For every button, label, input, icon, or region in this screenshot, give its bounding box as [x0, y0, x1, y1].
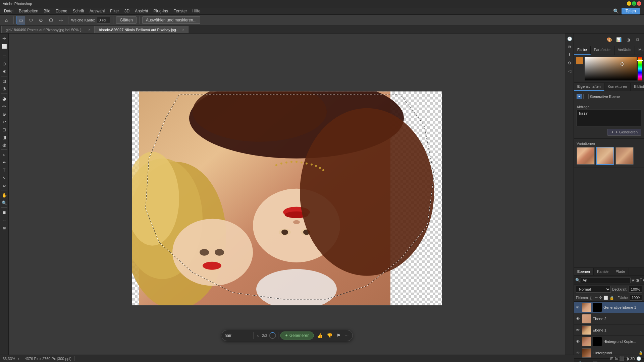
glatten-button[interactable]: Glätten	[116, 16, 137, 24]
hue-slider[interactable]	[638, 57, 642, 80]
shapes-tool[interactable]: ▱	[1, 182, 8, 189]
gen-like-button[interactable]: 👍	[316, 333, 324, 338]
maximize-button[interactable]: □	[632, 1, 636, 6]
tab-bibliotheken[interactable]: Bibliotheken	[631, 83, 644, 91]
menu-plugins[interactable]: Plug-ins	[151, 8, 171, 14]
lasso-tool-left[interactable]: ⊙	[1, 60, 8, 67]
gen-prompt-input[interactable]	[225, 333, 252, 338]
info-icon[interactable]: ℹ	[567, 52, 573, 58]
polygon-lasso-tool[interactable]: ⬡	[47, 16, 55, 24]
color-tab-farbfelder[interactable]: Farbfelder	[591, 46, 614, 55]
info-panel-icon[interactable]: 📊	[614, 36, 623, 44]
gen-bookmark-button[interactable]: ⚑	[335, 333, 342, 338]
layers-filter-btn-2[interactable]: ◑	[636, 277, 639, 284]
spot-healing-tool[interactable]: ◕	[1, 95, 8, 102]
menu-ebene[interactable]: Ebene	[53, 8, 70, 14]
gen-prev-button[interactable]: ‹	[256, 333, 260, 338]
menu-ansicht[interactable]: Ansicht	[132, 8, 151, 14]
tab-0[interactable]: girl-1846490 Pexels auf Pixabay.jpg bei …	[1, 26, 95, 33]
grid-icon[interactable]: ⊞	[610, 356, 613, 361]
menu-fenster[interactable]: Fenster	[171, 8, 190, 14]
3d-icon-status[interactable]: 3D	[630, 357, 635, 361]
tab-1[interactable]: blonde-826027 Nikola Pešková auf Pixabay…	[95, 26, 189, 33]
menu-filter[interactable]: Filter	[107, 8, 122, 14]
search-icon[interactable]: 🔍	[613, 8, 619, 14]
layer-3-visibility[interactable]: 👁	[575, 339, 581, 344]
color-tab-verlaeufe[interactable]: Verläufe	[614, 46, 635, 55]
move-tool[interactable]: ✛	[1, 35, 8, 42]
lock-artboard-icon[interactable]: ⬜	[603, 296, 608, 300]
color-tab-muster[interactable]: Muster	[635, 46, 644, 55]
ellipse-select-tool[interactable]: ⬭	[26, 16, 35, 24]
extras-button[interactable]: ···	[1, 217, 8, 224]
foreground-swatch[interactable]	[576, 57, 583, 64]
auswaehlen-button[interactable]: Auswählen und maskieren...	[142, 16, 200, 24]
add-style-btn[interactable]: fx	[583, 360, 591, 362]
menu-datei[interactable]: Datei	[1, 8, 16, 14]
layer-item-3[interactable]: 👁 Hintergrund Kopie...	[574, 336, 644, 347]
tab-0-close[interactable]: ×	[88, 28, 90, 32]
layers-search-icon[interactable]: 🔍	[575, 277, 580, 284]
layers-search-input[interactable]	[581, 277, 631, 283]
opacity-input[interactable]	[629, 286, 642, 293]
home-button[interactable]: ⌂	[2, 16, 11, 24]
layers-filter-btn-4[interactable]: ⚙	[643, 277, 644, 284]
lock-position-icon[interactable]: ✛	[599, 296, 602, 300]
menu-schrift[interactable]: Schrift	[70, 8, 87, 14]
path-select-tool[interactable]: ↖	[1, 174, 8, 181]
eyedropper-tool[interactable]: ⚗	[1, 85, 8, 93]
menu-bild[interactable]: Bild	[41, 8, 53, 14]
menu-auswahl[interactable]: Auswahl	[87, 8, 107, 14]
layer-item-1[interactable]: 👁 Ebene 2	[574, 313, 644, 324]
link-layers-btn[interactable]: 🔗	[575, 360, 583, 362]
lock-brush-icon[interactable]: ✏	[595, 296, 598, 300]
menu-hilfe[interactable]: Hilfe	[190, 8, 203, 14]
adj-icon-status[interactable]: ◑	[626, 356, 629, 361]
hand-tool[interactable]: ✋	[1, 191, 8, 199]
lasso-tool[interactable]: ⊙	[37, 16, 45, 24]
add-mask-btn[interactable]: ⬛	[591, 360, 599, 362]
foreground-color[interactable]: ■	[1, 209, 8, 216]
tab-ebenen[interactable]: Ebenen	[574, 268, 594, 275]
gen-more-button[interactable]: ···	[344, 333, 350, 338]
layer-0-visibility[interactable]: 👁	[575, 305, 581, 310]
variation-thumb-3[interactable]	[615, 147, 634, 165]
layer-item-0[interactable]: 👁 Generative Ebene 1	[574, 302, 644, 313]
layer-2-visibility[interactable]: 👁	[575, 327, 581, 333]
gen-generate-button[interactable]: ✦ Generieren	[280, 331, 314, 340]
history-icon-status[interactable]: 🕐	[636, 356, 641, 361]
layer-comp-icon[interactable]: ⧉	[633, 36, 642, 44]
tab-1-close[interactable]: ×	[182, 28, 184, 32]
pen-tool[interactable]: ✒	[1, 159, 8, 166]
close-button[interactable]: ×	[637, 1, 641, 6]
feather-tool[interactable]: ⊹	[57, 16, 65, 24]
layers-filter-btn-3[interactable]: T	[640, 277, 642, 284]
weiche-kante-input[interactable]	[97, 17, 110, 23]
history-icon[interactable]: 🕐	[567, 36, 573, 42]
gen-dislike-button[interactable]: 👎	[326, 333, 333, 338]
lock-transparent-icon[interactable]: ⬚	[590, 296, 593, 300]
eraser-tool[interactable]: ◻	[1, 126, 8, 133]
tab-pfade[interactable]: Pfade	[612, 268, 629, 275]
teilen-button[interactable]: Teilen	[622, 8, 640, 14]
blend-mode-select[interactable]: Normal Aufhellen Abdunkeln Multipliziere…	[576, 286, 611, 293]
color-tab-farbe[interactable]: Farbe	[574, 46, 591, 55]
rectangular-marquee-tool[interactable]: ▭	[1, 52, 8, 60]
artboard-tool[interactable]: ⬜	[1, 43, 8, 50]
tab-kanaele[interactable]: Kanäle	[594, 268, 612, 275]
variation-thumb-1[interactable]	[577, 147, 595, 165]
layer-1-visibility[interactable]: 👁	[575, 316, 581, 321]
layers-filter-btn-1[interactable]: ★	[631, 277, 635, 284]
dodge-tool[interactable]: ○	[1, 151, 8, 158]
minimize-button[interactable]: −	[627, 1, 631, 6]
rect-select-tool[interactable]: ▭	[16, 16, 25, 24]
stamp-tool[interactable]: ⊕	[1, 110, 8, 118]
magic-wand-tool[interactable]: ✱	[1, 68, 8, 75]
zoom-tool[interactable]: 🔍	[1, 199, 8, 206]
fill-input[interactable]	[630, 295, 642, 301]
settings-icon[interactable]: ⚙	[567, 60, 573, 66]
adjustment-icon[interactable]: ◑	[624, 36, 633, 44]
expand-icon[interactable]: ◁	[567, 68, 573, 74]
blur-tool[interactable]: ◍	[1, 141, 8, 148]
gradient-tool[interactable]: ◨	[1, 133, 8, 141]
